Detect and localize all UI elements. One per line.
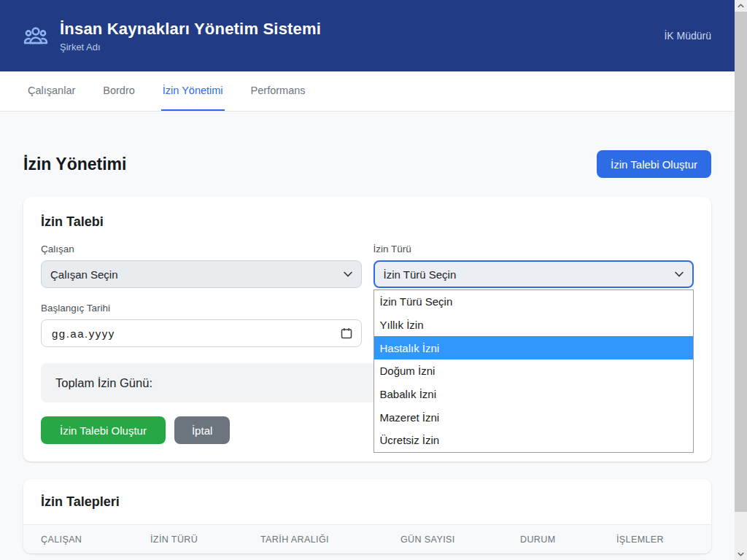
people-group-icon bbox=[23, 23, 48, 48]
leave-type-label: İzin Türü bbox=[374, 244, 694, 254]
column-izin-turu: İZİN TÜRÜ bbox=[150, 534, 260, 545]
column-tarih-araligi: TARİH ARALIĞI bbox=[260, 534, 400, 545]
vertical-scrollbar[interactable] bbox=[735, 0, 747, 560]
tab-bordro[interactable]: Bordro bbox=[101, 71, 136, 111]
requests-card-title: İzin Talepleri bbox=[23, 479, 711, 524]
app-title: İnsan Kaynakları Yönetim Sistemi bbox=[60, 20, 321, 39]
option-dogum-izni[interactable]: Doğum İzni bbox=[374, 359, 694, 383]
page-head: İzin Yönetimi İzin Talebi Oluştur bbox=[23, 150, 711, 178]
option-babalik-izni[interactable]: Babalık İzni bbox=[374, 383, 694, 406]
employee-label: Çalışan bbox=[41, 244, 362, 254]
tab-calisanlar[interactable]: Çalışanlar bbox=[26, 71, 77, 111]
chevron-down-icon bbox=[675, 271, 684, 277]
employee-select-value: Çalışan Seçin bbox=[50, 268, 118, 281]
leave-type-select-value: İzin Türü Seçin bbox=[384, 268, 457, 281]
start-date-label: Başlangıç Tarihi bbox=[41, 303, 362, 314]
tab-performans[interactable]: Performans bbox=[249, 71, 307, 111]
form-card-title: İzin Talebi bbox=[41, 214, 694, 230]
main-nav: Çalışanlar Bordro İzin Yönetimi Performa… bbox=[0, 71, 735, 112]
scrollbar-thumb[interactable] bbox=[735, 12, 747, 512]
page-title: İzin Yönetimi bbox=[23, 155, 126, 174]
form-right-column: İzin Türü İzin Türü Seçin İzin Türü Seçi… bbox=[374, 244, 694, 347]
scroll-down-arrow-icon[interactable] bbox=[735, 548, 747, 560]
leave-request-form-card: İzin Talebi Çalışan Çalışan Seçin Başlan… bbox=[23, 197, 711, 462]
leave-requests-card: İzin Talepleri ÇALIŞAN İZİN TÜRÜ TARİH A… bbox=[23, 479, 711, 553]
app-header: İnsan Kaynakları Yönetim Sistemi Şirket … bbox=[0, 0, 735, 71]
employee-select[interactable]: Çalışan Seçin bbox=[41, 260, 362, 288]
chevron-down-icon bbox=[344, 271, 352, 277]
option-ucretsiz-izin[interactable]: Ücretsiz İzin bbox=[374, 429, 694, 452]
main-content: İzin Yönetimi İzin Talebi Oluştur İzin T… bbox=[0, 150, 735, 553]
column-durum: DURUM bbox=[520, 534, 616, 545]
start-date-placeholder: gg.aa.yyyy bbox=[52, 327, 115, 340]
column-islemler: İŞLEMLER bbox=[616, 534, 694, 545]
company-name: Şirket Adı bbox=[60, 42, 321, 52]
submit-leave-request-button[interactable]: İzin Talebi Oluştur bbox=[41, 416, 166, 444]
option-yillik-izin[interactable]: Yıllık İzin bbox=[374, 314, 694, 337]
leave-type-select[interactable]: İzin Türü Seçin bbox=[374, 260, 694, 288]
employee-field: Çalışan Çalışan Seçin bbox=[41, 244, 362, 288]
column-calisan: ÇALIŞAN bbox=[41, 534, 150, 545]
user-role: İK Müdürü bbox=[664, 30, 711, 42]
viewport: İnsan Kaynakları Yönetim Sistemi Şirket … bbox=[0, 0, 735, 560]
calendar-icon[interactable] bbox=[341, 327, 352, 339]
start-date-field: Başlangıç Tarihi gg.aa.yyyy bbox=[41, 303, 362, 347]
leave-type-field: İzin Türü İzin Türü Seçin İzin Türü Seçi… bbox=[374, 244, 694, 288]
form-grid: Çalışan Çalışan Seçin Başlangıç Tarihi g… bbox=[41, 244, 694, 347]
option-hastalik-izni[interactable]: Hastalık İzni bbox=[374, 336, 694, 359]
column-gun-sayisi: GÜN SAYISI bbox=[400, 534, 520, 545]
total-leave-days-label: Toplam İzin Günü: bbox=[55, 376, 152, 390]
option-izin-turu-secin[interactable]: İzin Türü Seçin bbox=[374, 290, 694, 314]
table-header-row: ÇALIŞAN İZİN TÜRÜ TARİH ARALIĞI GÜN SAYI… bbox=[23, 524, 711, 553]
tab-izin-yonetimi[interactable]: İzin Yönetimi bbox=[161, 71, 225, 111]
form-left-column: Çalışan Çalışan Seçin Başlangıç Tarihi g… bbox=[41, 244, 362, 347]
leave-type-dropdown: İzin Türü Seçin Yıllık İzin Hastalık İzn… bbox=[374, 289, 694, 453]
title-block: İnsan Kaynakları Yönetim Sistemi Şirket … bbox=[60, 20, 321, 52]
create-leave-request-button[interactable]: İzin Talebi Oluştur bbox=[597, 150, 711, 178]
scroll-up-arrow-icon[interactable] bbox=[735, 0, 747, 12]
option-mazeret-izni[interactable]: Mazeret İzni bbox=[374, 405, 694, 429]
start-date-input[interactable]: gg.aa.yyyy bbox=[41, 319, 362, 347]
cancel-button[interactable]: İptal bbox=[174, 416, 230, 444]
